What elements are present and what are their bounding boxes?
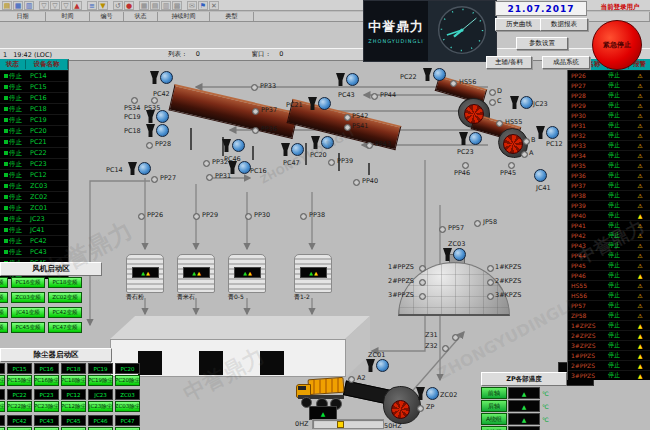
device-row[interactable]: ZP58停止⚠ <box>568 310 650 320</box>
product-system-button[interactable]: 成品系统 <box>542 56 590 69</box>
fan-start-button[interactable]: PC16变频 <box>11 277 45 288</box>
indicator-dot-ps42[interactable] <box>344 114 351 121</box>
indicator-dot-hs56[interactable] <box>450 80 457 87</box>
fan-start-button[interactable]: PC18变频 <box>48 277 82 288</box>
device-row[interactable]: 停止PC18 <box>0 103 68 114</box>
device-row[interactable]: 停止PC42 <box>0 235 68 246</box>
equipment-pc14[interactable] <box>128 162 151 175</box>
dust-start-button[interactable]: PC23除尘 <box>34 401 59 412</box>
indicator-dot-pp46[interactable] <box>462 162 469 169</box>
history-curve-button[interactable]: 历史曲线 <box>495 18 543 31</box>
grid-1-icon[interactable]: ▦ <box>139 1 149 10</box>
equipment-pc12[interactable] <box>536 126 559 139</box>
ack-icon[interactable]: ▲ <box>72 1 82 10</box>
device-row[interactable]: 3#ZPZS停止▲ <box>568 340 650 350</box>
fan-start-button[interactable]: ZC03变频 <box>11 292 45 303</box>
funnel-icon[interactable]: ▼ <box>98 1 108 10</box>
device-row[interactable]: 停止PC12 <box>0 169 68 180</box>
equipment-pc20[interactable] <box>311 136 334 149</box>
device-row[interactable]: 停止PC16 <box>0 92 68 103</box>
dust-start-button[interactable]: PC15除尘 <box>7 375 32 386</box>
indicator-dot-pp31[interactable] <box>206 174 213 181</box>
device-row[interactable]: PP45停止⚠ <box>568 260 650 270</box>
device-row[interactable]: 1#ZPZS停止▲ <box>568 320 650 330</box>
device-row[interactable]: PP57停止⚠ <box>568 300 650 310</box>
device-row[interactable]: 停止PC20 <box>0 125 68 136</box>
indicator-dot-pp57[interactable] <box>439 226 446 233</box>
indicator-dot-3#ppzs[interactable] <box>419 293 426 300</box>
device-row[interactable]: 停止JC41 <box>0 224 68 235</box>
fan-start-button[interactable]: PC45变频 <box>11 322 45 333</box>
close-icon[interactable]: ✕ <box>209 1 219 10</box>
dust-start-button[interactable]: PC18除尘 <box>61 375 86 386</box>
flag-icon[interactable]: ⚑ <box>198 1 208 10</box>
dust-start-button[interactable]: PC12除尘 <box>61 401 86 412</box>
indicator-dot-1#ppzs[interactable] <box>419 265 426 272</box>
device-row[interactable]: PP43停止⚠ <box>568 240 650 250</box>
fan-start-button[interactable]: ZC02变频 <box>48 292 82 303</box>
indicator-dot-a2[interactable] <box>348 376 355 383</box>
device-row[interactable]: PP27停止⚠ <box>568 80 650 90</box>
device-row[interactable]: PP28停止⚠ <box>568 90 650 100</box>
fan-start-button[interactable]: PC42变频 <box>48 307 82 318</box>
filter-3-icon[interactable]: ▽ <box>61 1 71 10</box>
device-row[interactable]: PP33停止⚠ <box>568 140 650 150</box>
indicator-dot-b[interactable] <box>523 138 530 145</box>
indicator-dot-jp58[interactable] <box>474 220 481 227</box>
indicator-dot-pp38[interactable] <box>300 213 307 220</box>
indicator-dot-pp27[interactable] <box>151 176 158 183</box>
indicator-dot-3#kpzs[interactable] <box>487 293 494 300</box>
indicator-dot-ps34[interactable] <box>131 97 138 104</box>
filter-2-icon[interactable]: ▽ <box>50 1 60 10</box>
slider-thumb[interactable] <box>337 421 344 428</box>
indicator-dot-pp28[interactable] <box>146 142 153 149</box>
device-row[interactable]: 停止PC22 <box>0 147 68 158</box>
equipment-pc22[interactable] <box>423 68 446 81</box>
device-row[interactable]: PP30停止⚠ <box>568 110 650 120</box>
device-row[interactable]: PP26停止⚠ <box>568 70 650 80</box>
indicator-dot-hs55[interactable] <box>496 120 503 127</box>
frequency-slider[interactable] <box>312 419 384 429</box>
alarm-column-1[interactable]: 日期 <box>0 12 46 21</box>
device-row[interactable]: PP29停止⚠ <box>568 100 650 110</box>
device-row[interactable]: 停止ZC01 <box>0 202 68 213</box>
device-row[interactable]: 停止PC19 <box>0 114 68 125</box>
indicator-dot-2#kpzs[interactable] <box>487 279 494 286</box>
device-row[interactable]: 3#PPZS停止▲ <box>568 370 650 380</box>
dust-start-button[interactable]: PC20除尘 <box>115 375 140 386</box>
indicator-dot-ps35[interactable] <box>151 97 158 104</box>
new-file-icon[interactable]: ▤ <box>2 1 12 10</box>
main-aux-button[interactable]: 主辅/备料 <box>486 56 532 69</box>
equipment-pc18[interactable] <box>146 124 169 137</box>
grid-3-icon[interactable]: ▥ <box>161 1 171 10</box>
device-row[interactable]: 停止ZC03 <box>0 180 68 191</box>
grid-4-icon[interactable]: ▩ <box>172 1 182 10</box>
device-row[interactable]: PP31停止⚠ <box>568 120 650 130</box>
indicator-dot-pp44[interactable] <box>371 93 378 100</box>
device-row[interactable]: PP36停止⚠ <box>568 170 650 180</box>
indicator-dot-a[interactable] <box>521 151 528 158</box>
indicator-dot-pp43[interactable] <box>366 142 373 149</box>
indicator-dot-z31[interactable] <box>452 334 459 341</box>
equipment-zc03[interactable] <box>443 248 466 261</box>
emergency-stop-button[interactable]: 紧急停止 <box>592 20 642 70</box>
device-row[interactable]: PP44停止⚠ <box>568 250 650 260</box>
alarm-column-4[interactable]: 状态 <box>124 12 158 21</box>
device-row[interactable]: PP46停止▲ <box>568 270 650 280</box>
indicator-dot-2#ppzs[interactable] <box>419 279 426 286</box>
indicator-dot-pp36[interactable] <box>252 127 259 134</box>
dust-start-button[interactable]: PC14除尘 <box>0 375 5 386</box>
indicator-dot-d[interactable] <box>489 89 496 96</box>
device-row[interactable]: PP37停止⚠ <box>568 180 650 190</box>
indicator-dot-pp30[interactable] <box>245 213 252 220</box>
alarm-column-6[interactable]: 类型 <box>210 12 254 21</box>
device-row[interactable]: 停止PC23 <box>0 158 68 169</box>
dust-start-button[interactable]: PC19除尘 <box>88 375 113 386</box>
filter-1-icon[interactable]: ▽ <box>39 1 49 10</box>
device-row[interactable]: 停止ZC02 <box>0 191 68 202</box>
dust-start-button[interactable]: ZC03除尘 <box>115 401 140 412</box>
device-row[interactable]: PP34停止⚠ <box>568 150 650 160</box>
alarm-column-5[interactable]: 持续时间 <box>158 12 210 21</box>
device-row[interactable]: HS55停止⚠ <box>568 280 650 290</box>
fan-start-button[interactable]: PC14变频 <box>0 277 8 288</box>
